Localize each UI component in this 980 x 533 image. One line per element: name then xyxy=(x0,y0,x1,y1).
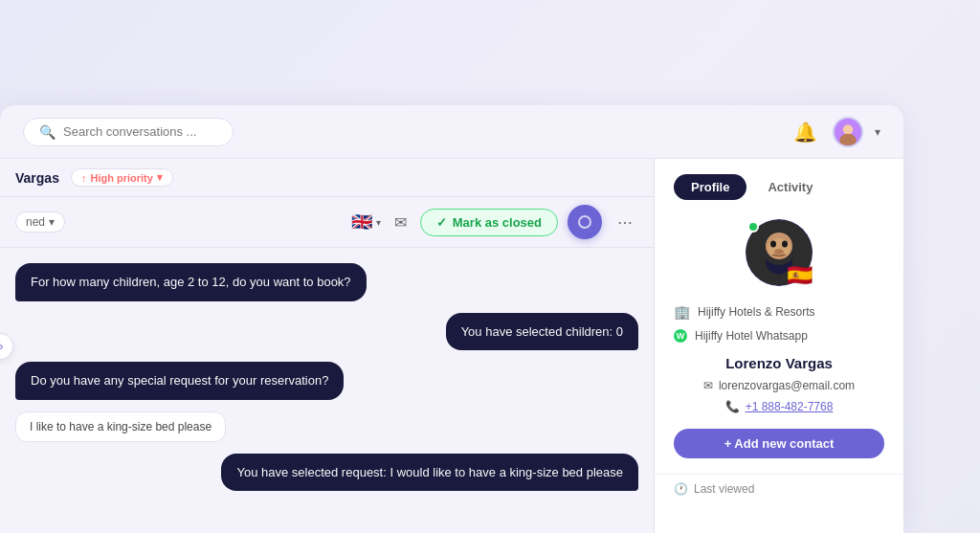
language-flag-button[interactable]: 🇬🇧 ▾ xyxy=(351,211,381,233)
priority-label: High priority xyxy=(90,172,152,184)
email-icon: ✉ xyxy=(703,379,713,392)
chat-messages: For how many children, age 2 to 12, do y… xyxy=(0,248,654,533)
last-viewed-row: 🕐 Last viewed xyxy=(655,474,903,503)
profile-tabs: Profile Activity xyxy=(655,159,903,208)
contact-name: Vargas xyxy=(15,170,59,186)
priority-badge[interactable]: ↑ High priority ▾ xyxy=(71,168,173,187)
content-area: » Vargas ↑ High priority ▾ ned ▾ 🇬🇧 xyxy=(0,159,903,533)
whatsapp-icon: W xyxy=(674,329,687,343)
company-info-row: 🏢 Hijiffy Hotels & Resorts xyxy=(674,304,884,320)
user-avatar[interactable] xyxy=(833,117,863,147)
avatar-image xyxy=(835,119,861,145)
flag-chevron-icon: ▾ xyxy=(376,217,381,228)
profile-name: Lorenzo Vargas xyxy=(725,355,833,371)
tab-profile[interactable]: Profile xyxy=(674,174,746,200)
right-panel: Profile Activity xyxy=(655,159,903,533)
message-5: You have selected request: I would like … xyxy=(221,454,638,492)
assigned-chevron-icon: ▾ xyxy=(49,215,55,229)
svg-point-7 xyxy=(782,241,788,248)
search-icon: 🔍 xyxy=(39,124,56,140)
svg-point-8 xyxy=(774,249,784,255)
online-status-dot xyxy=(747,221,759,233)
main-panel: 🔍 🔔 ▾ » xyxy=(0,105,903,533)
svg-point-6 xyxy=(770,241,776,248)
last-viewed-label: Last viewed xyxy=(694,482,754,496)
svg-point-2 xyxy=(839,133,857,146)
chat-section: » Vargas ↑ High priority ▾ ned ▾ 🇬🇧 xyxy=(0,159,655,533)
search-bar[interactable]: 🔍 xyxy=(23,118,234,146)
check-icon: ✓ xyxy=(436,215,447,230)
tab-activity[interactable]: Activity xyxy=(750,174,830,200)
chat-sub-header: ned ▾ 🇬🇧 ▾ ✉ ✓ Mark as closed xyxy=(0,197,654,248)
email-icon: ✉ xyxy=(394,214,407,231)
mark-closed-label: Mark as closed xyxy=(453,215,542,230)
message-3: Do you have any special request for your… xyxy=(15,362,344,400)
bell-icon: 🔔 xyxy=(793,122,817,143)
chevron-down-icon[interactable]: ▾ xyxy=(875,125,880,139)
company-name: Hijiffy Hotels & Resorts xyxy=(698,305,814,319)
profile-avatar-container: 🇪🇸 xyxy=(746,219,813,286)
tab-activity-label: Activity xyxy=(768,180,813,194)
message-text: Do you have any special request for your… xyxy=(31,373,328,388)
assigned-label: ned xyxy=(26,215,45,229)
add-contact-label: + Add new contact xyxy=(724,436,835,451)
clock-icon: 🕐 xyxy=(674,482,688,496)
top-header: 🔍 🔔 ▾ xyxy=(0,105,903,159)
email-button[interactable]: ✉ xyxy=(390,210,411,235)
building-icon: 🏢 xyxy=(674,304,690,320)
message-text: You have selected children: 0 xyxy=(461,324,623,339)
message-4: I like to have a king-size bed please xyxy=(15,411,226,442)
profile-phone-text: +1 888-482-7768 xyxy=(746,400,834,413)
add-contact-button[interactable]: + Add new contact xyxy=(674,429,884,458)
message-text: For how many children, age 2 to 12, do y… xyxy=(31,275,351,289)
message-text: You have selected request: I would like … xyxy=(236,465,623,479)
svg-point-1 xyxy=(843,124,854,135)
search-input[interactable] xyxy=(63,124,217,139)
priority-arrow-icon: ↑ xyxy=(81,172,87,184)
flag-icon: 🇬🇧 xyxy=(351,211,372,233)
assigned-badge[interactable]: ned ▾ xyxy=(15,211,65,233)
mark-as-closed-button[interactable]: ✓ Mark as closed xyxy=(420,209,558,236)
message-2: You have selected children: 0 xyxy=(446,313,638,351)
channel-name: Hijiffy Hotel Whatsapp xyxy=(695,329,808,343)
message-text: I like to have a king-size bed please xyxy=(30,420,212,433)
channel-info-row: W Hijiffy Hotel Whatsapp xyxy=(674,329,884,343)
message-1: For how many children, age 2 to 12, do y… xyxy=(15,263,367,301)
agent-avatar-inner xyxy=(578,215,591,229)
profile-phone-row[interactable]: 📞 +1 888-482-7768 xyxy=(725,400,834,413)
header-actions: 🔔 ▾ xyxy=(790,117,880,147)
profile-email-text: lorenzovargas@email.com xyxy=(719,379,855,392)
tab-profile-label: Profile xyxy=(691,180,729,194)
chat-header: Vargas ↑ High priority ▾ xyxy=(0,159,654,197)
profile-email-row: ✉ lorenzovargas@email.com xyxy=(703,379,855,392)
more-dots-icon: ⋯ xyxy=(617,214,633,231)
bell-button[interactable]: 🔔 xyxy=(790,117,821,147)
profile-content: 🇪🇸 🏢 Hijiffy Hotels & Resorts W Hijiffy … xyxy=(655,208,903,470)
country-flag: 🇪🇸 xyxy=(787,265,813,286)
agent-avatar-button[interactable] xyxy=(568,205,602,239)
phone-icon: 📞 xyxy=(725,400,740,413)
priority-chevron-icon: ▾ xyxy=(157,171,163,184)
more-options-button[interactable]: ⋯ xyxy=(612,210,638,235)
